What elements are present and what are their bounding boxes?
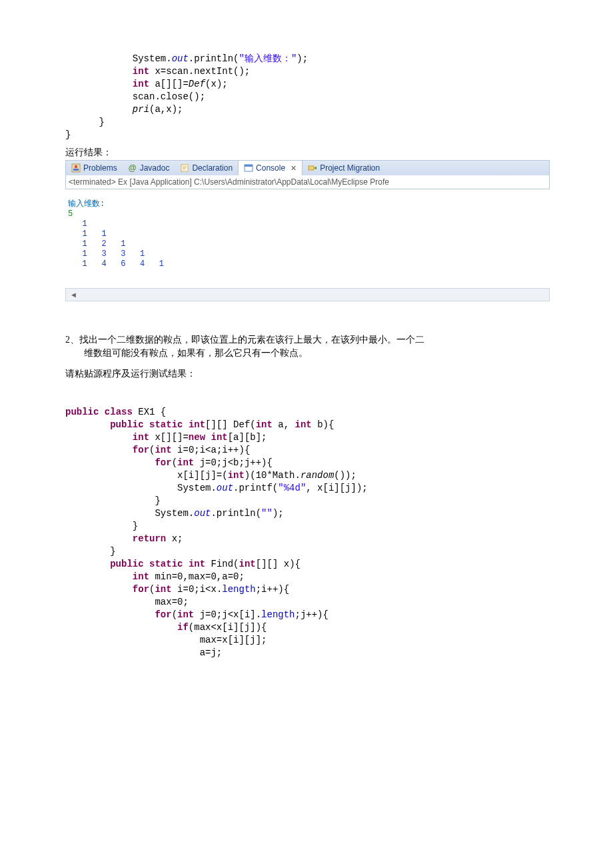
migration-icon xyxy=(308,163,317,173)
instruction-text: 请粘贴源程序及运行测试结果： xyxy=(65,368,550,380)
tab-project-migration[interactable]: Project Migration xyxy=(303,161,385,175)
terminated-line: <terminated> Ex [Java Application] C:\Us… xyxy=(65,175,550,189)
console-icon xyxy=(244,163,253,173)
javadoc-icon: @ xyxy=(128,163,137,173)
svg-rect-5 xyxy=(245,165,253,167)
scrollbar-left-icon[interactable]: ◄ xyxy=(65,288,550,301)
tab-javadoc[interactable]: @ Javadoc xyxy=(123,161,175,175)
close-icon[interactable]: ✕ xyxy=(291,164,297,173)
tab-declaration[interactable]: Declaration xyxy=(175,161,238,175)
tab-console[interactable]: Console ✕ xyxy=(238,161,303,175)
run-result-heading: 运行结果： xyxy=(65,147,550,159)
code-block-2: public class EX1 { public static int[][]… xyxy=(65,393,550,659)
console-output: 输入维数: 5 1 1 1 1 2 1 1 3 3 1 1 4 6 4 1 xyxy=(65,189,550,269)
svg-rect-2 xyxy=(73,169,79,171)
svg-rect-6 xyxy=(308,166,314,170)
svg-rect-1 xyxy=(75,165,77,168)
code-block-1: System.out.println("输入维数："); int x=scan.… xyxy=(65,40,550,141)
eclipse-view-tabbar: Problems @ Javadoc Declaration Console ✕… xyxy=(65,160,550,175)
declaration-icon xyxy=(180,163,189,173)
problems-icon xyxy=(71,163,81,173)
tab-problems[interactable]: Problems xyxy=(66,161,123,175)
question-2: 2、找出一个二维数据的鞍点，即该位置上的元素在该行上最大，在该列中最小。一个二 … xyxy=(65,333,550,360)
